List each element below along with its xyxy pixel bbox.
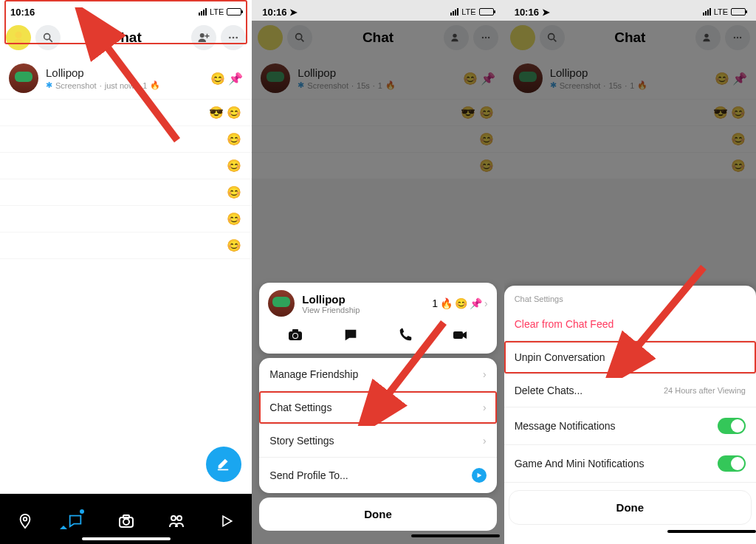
placeholder-row: 😊: [0, 233, 252, 259]
chat-info: Lollipop ✱ Screenshot· just now· 1🔥: [46, 66, 210, 90]
profile-avatar-button[interactable]: [6, 25, 31, 50]
network-label: LTE: [461, 7, 475, 16]
menu-label: Chat Settings: [269, 402, 331, 413]
status-right: LTE: [199, 7, 241, 16]
battery-icon: [227, 8, 241, 16]
done-button[interactable]: Done: [259, 497, 496, 531]
play-icon: [219, 514, 234, 528]
signal-icon: [450, 8, 458, 16]
phone-icon: [397, 327, 413, 343]
placeholder-row: 😊: [0, 206, 252, 233]
people-icon: [168, 512, 185, 530]
more-icon: [227, 32, 239, 44]
search-icon: [42, 32, 54, 44]
panel-2-context-menu: 10:16 ➤ LTE Chat Lollipop ✱Screenshot·15…: [252, 0, 504, 544]
profile-actions: [268, 324, 487, 349]
chat-subtext: ✱ Screenshot· just now· 1🔥: [46, 80, 210, 90]
profile-name: Lollipop: [302, 293, 432, 306]
status-time: 10:16 ➤: [515, 7, 550, 18]
profile-streak-info: 1🔥😊📌 ›: [432, 297, 487, 309]
message-notifications[interactable]: Message Notifications: [504, 407, 756, 445]
battery-icon: [479, 8, 494, 16]
svg-line-2: [49, 39, 52, 41]
menu-label: Manage Friendship: [269, 368, 358, 380]
signal-icon: [199, 8, 207, 16]
unpin-conversation[interactable]: Unpin Conversation: [504, 341, 756, 374]
chevron-right-icon: ›: [483, 368, 487, 380]
menu-story-settings[interactable]: Story Settings ›: [259, 424, 496, 458]
chat-row-lollipop[interactable]: Lollipop ✱ Screenshot· just now· 1🔥 😊 📌: [0, 58, 252, 100]
network-label: LTE: [714, 7, 728, 16]
menu-send-profile[interactable]: Send Profile To...: [259, 458, 496, 493]
bottom-nav: [0, 494, 252, 544]
status-right: LTE: [450, 7, 493, 16]
svg-point-12: [123, 519, 129, 525]
home-indicator: [82, 537, 171, 540]
friendship-menu: Manage Friendship › Chat Settings › Stor…: [259, 358, 496, 493]
chat-right-icons: 😊 📌: [210, 72, 243, 86]
svg-point-8: [236, 37, 238, 39]
toggle-on[interactable]: [718, 455, 746, 472]
svg-rect-26: [453, 331, 463, 339]
chat-bubble-icon: [343, 327, 359, 343]
svg-rect-25: [292, 329, 298, 332]
network-label: LTE: [210, 7, 224, 16]
view-friendship-link[interactable]: View Friendship: [302, 306, 432, 314]
menu-chat-settings[interactable]: Chat Settings ›: [259, 391, 496, 424]
chevron-right-icon: ›: [483, 402, 487, 413]
menu-label: Unpin Conversation: [515, 351, 605, 363]
context-sheet: Lollipop View Friendship 1🔥😊📌 › Manage F…: [252, 278, 504, 544]
delete-detail: 24 Hours after Viewing: [664, 386, 746, 395]
search-button[interactable]: [35, 25, 61, 50]
camera-icon: [286, 326, 304, 344]
chat-avatar: [9, 63, 38, 93]
chat-header: Chat: [0, 21, 252, 58]
nav-map[interactable]: [15, 511, 35, 531]
chat-icon: [67, 513, 83, 529]
video-call-button[interactable]: [449, 324, 471, 346]
game-mini-notifications[interactable]: Game And Mini Notifications: [504, 445, 756, 483]
delete-chats[interactable]: Delete Chats... 24 Hours after Viewing: [504, 374, 756, 407]
snap-camera-button[interactable]: [284, 324, 306, 346]
more-button[interactable]: [221, 25, 246, 50]
svg-point-10: [24, 517, 27, 521]
menu-label: Story Settings: [269, 435, 334, 447]
status-bar: 10:16 LTE: [0, 0, 252, 21]
nav-chat[interactable]: [65, 511, 86, 531]
profile-card[interactable]: Lollipop View Friendship 1🔥😊📌 ›: [259, 283, 496, 354]
chevron-right-icon: ›: [483, 435, 487, 447]
svg-point-3: [200, 33, 205, 38]
svg-point-15: [177, 516, 182, 520]
chat-time: just now: [105, 81, 134, 90]
home-indicator: [411, 534, 500, 537]
map-pin-icon: [17, 513, 33, 529]
chat-action: Screenshot: [55, 81, 97, 90]
chat-list: Lollipop ✱ Screenshot· just now· 1🔥 😊 📌 …: [0, 58, 252, 494]
section-label: Chat Settings: [504, 286, 756, 308]
voice-call-button[interactable]: [394, 324, 416, 346]
nav-spotlight[interactable]: [216, 511, 237, 531]
chat-button[interactable]: [340, 324, 362, 346]
toggle-on[interactable]: [718, 418, 746, 434]
done-button[interactable]: Done: [509, 490, 752, 525]
chat-name: Lollipop: [46, 66, 210, 79]
battery-icon: [731, 8, 746, 16]
status-time: 10:16: [10, 7, 35, 18]
panel-3-chat-settings: 10:16 ➤ LTE Chat Lollipop ✱Screenshot·: [504, 0, 756, 544]
add-friend-button[interactable]: [191, 25, 216, 50]
clear-from-feed[interactable]: Clear from Chat Feed: [504, 308, 756, 341]
status-bar: 10:16 ➤ LTE: [252, 0, 504, 21]
menu-manage-friendship[interactable]: Manage Friendship ›: [259, 358, 496, 391]
nav-stories[interactable]: [166, 511, 187, 531]
video-icon: [451, 326, 469, 344]
menu-label: Delete Chats...: [515, 385, 583, 396]
svg-point-7: [233, 37, 235, 39]
status-time: 10:16 ➤: [262, 7, 298, 18]
compose-button[interactable]: [206, 447, 241, 482]
nav-camera[interactable]: [116, 511, 137, 531]
menu-label: Send Profile To...: [269, 469, 348, 481]
menu-label: Clear from Chat Feed: [515, 318, 614, 330]
page-title: Chat: [65, 30, 187, 46]
chat-settings-sheet: Chat Settings Clear from Chat Feed Unpin…: [504, 286, 756, 544]
signal-icon: [703, 8, 711, 16]
